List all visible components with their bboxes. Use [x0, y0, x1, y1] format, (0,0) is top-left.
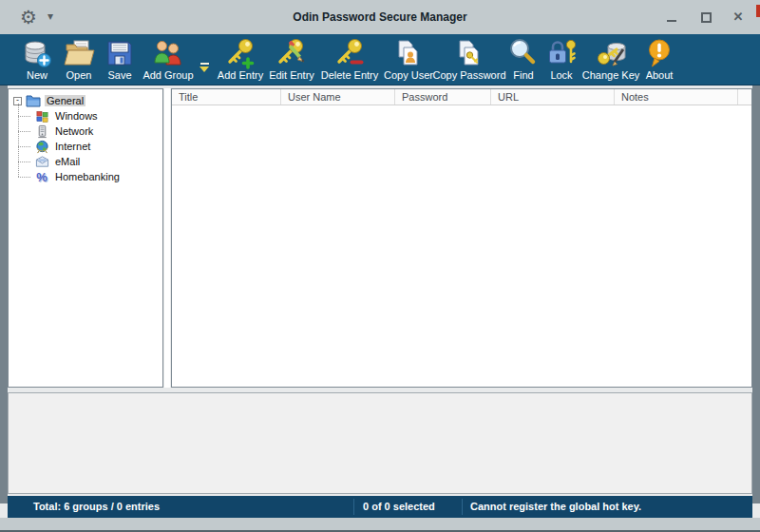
toolbar-button-delete-entry[interactable]: Delete Entry [315, 34, 384, 86]
close-icon: ✕ [733, 10, 744, 25]
maximize-icon [701, 12, 712, 23]
toolbar-button-about[interactable]: About [640, 34, 678, 86]
database-new-icon [21, 37, 53, 69]
entry-list-panel: Title User Name Password URL Notes [171, 88, 752, 388]
add-entry-key-icon [224, 37, 256, 69]
folder-icon [26, 93, 41, 108]
tree-item-label: eMail [53, 156, 82, 167]
column-header-user-name[interactable]: User Name [281, 89, 395, 104]
email-icon [34, 154, 49, 169]
tree-item-label: Windows [53, 110, 100, 122]
tree-item-windows[interactable]: Windows [9, 108, 162, 124]
column-header-filler [738, 89, 751, 104]
toolbar-button-lock[interactable]: Lock [542, 34, 581, 86]
toolbar-label: Change Key [582, 69, 640, 82]
toolbar-button-new[interactable]: New [15, 34, 59, 86]
status-selected: 0 of 0 selected [363, 501, 435, 512]
window-right-edge [752, 86, 760, 504]
toolbar-label: Lock [550, 69, 572, 82]
toolbar-label: Find [513, 69, 533, 82]
toolbar-label: Delete Entry [321, 69, 379, 82]
window-bottom-frame [0, 518, 760, 532]
close-button[interactable]: ✕ [730, 10, 747, 25]
status-message: Cannot register the global hot key. [470, 501, 641, 512]
group-tree: - General [9, 89, 162, 184]
copy-password-icon [453, 37, 485, 69]
tree-list-splitter[interactable] [164, 88, 170, 388]
group-tree-panel: - General [8, 88, 163, 388]
window-title: Odin Password Secure Manager [0, 0, 760, 34]
toolbar-button-change-key[interactable]: Change Key [581, 34, 640, 86]
dropdown-bar-icon [200, 63, 209, 65]
maximize-button[interactable] [697, 10, 714, 25]
tree-item-label: Homebanking [53, 171, 122, 182]
toolbar-label: Copy Password [432, 69, 505, 82]
toolbar-button-edit-entry[interactable]: Edit Entry [268, 34, 315, 86]
screen-edge-artifact [756, 5, 760, 17]
internet-globe-icon [34, 139, 49, 154]
toolbar-button-copy-password[interactable]: Copy Password [433, 34, 505, 86]
tree-item-label: General [45, 95, 86, 106]
copy-user-icon [392, 37, 425, 69]
toolbar-label: Open [66, 69, 92, 82]
client-area: - General [0, 86, 760, 518]
tree-item-label: Internet [53, 141, 92, 152]
entry-list-body[interactable] [172, 105, 751, 387]
dropdown-triangle-icon [200, 66, 209, 72]
windows-icon [34, 108, 49, 124]
tree-item-network[interactable]: Network [9, 124, 162, 139]
add-group-dropdown-button[interactable] [196, 34, 213, 86]
toolbar-button-copy-user[interactable]: Copy User [384, 34, 433, 86]
minimize-button[interactable] [663, 10, 680, 25]
app-window: ⚙ ▾ Odin Password Secure Manager ✕ New [0, 0, 760, 532]
tree-item-email[interactable]: eMail [9, 154, 162, 169]
toolbar: New Open Save [0, 34, 760, 86]
list-header: Title User Name Password URL Notes [172, 89, 751, 105]
column-header-password[interactable]: Password [395, 89, 491, 104]
change-key-icon [595, 37, 627, 69]
column-header-url[interactable]: URL [491, 89, 615, 104]
open-folder-icon [63, 37, 95, 69]
tree-item-general[interactable]: - General [9, 93, 162, 108]
window-left-edge [0, 86, 8, 504]
column-header-title[interactable]: Title [172, 89, 281, 104]
homebanking-percent-icon: % [34, 169, 49, 184]
save-floppy-icon [104, 37, 136, 69]
toolbar-label: Add Group [142, 69, 193, 82]
detail-panel [8, 392, 752, 494]
delete-entry-key-icon [333, 37, 366, 69]
toolbar-button-find[interactable]: Find [505, 34, 542, 86]
toolbar-button-save[interactable]: Save [99, 34, 141, 86]
column-header-notes[interactable]: Notes [615, 89, 738, 104]
status-separator [462, 499, 463, 515]
tree-item-internet[interactable]: Internet [9, 139, 162, 154]
toolbar-button-open[interactable]: Open [59, 34, 99, 86]
tree-item-homebanking[interactable]: % Homebanking [9, 169, 162, 184]
add-group-icon [152, 37, 184, 69]
lock-icon [545, 37, 578, 69]
about-warning-icon [643, 37, 675, 69]
tree-children: Windows Network [9, 108, 162, 184]
status-separator [353, 499, 354, 515]
statusbar: Total: 6 groups / 0 entries 0 of 0 selec… [8, 496, 752, 518]
toolbar-label: About [646, 69, 674, 82]
toolbar-label: New [27, 69, 48, 82]
tree-item-label: Network [53, 125, 95, 137]
titlebar: ⚙ ▾ Odin Password Secure Manager ✕ [0, 0, 760, 34]
minimize-icon [667, 20, 676, 22]
toolbar-button-add-group[interactable]: Add Group [141, 34, 196, 86]
find-magnifier-icon [507, 37, 540, 69]
toolbar-button-add-entry[interactable]: Add Entry [213, 34, 268, 86]
toolbar-label: Add Entry [218, 69, 263, 82]
toolbar-label: Edit Entry [269, 69, 314, 82]
status-total: Total: 6 groups / 0 entries [33, 501, 160, 512]
edit-entry-key-icon [276, 37, 308, 69]
network-icon [34, 124, 49, 139]
toolbar-label: Save [107, 69, 131, 82]
toolbar-label: Copy User [384, 69, 433, 82]
